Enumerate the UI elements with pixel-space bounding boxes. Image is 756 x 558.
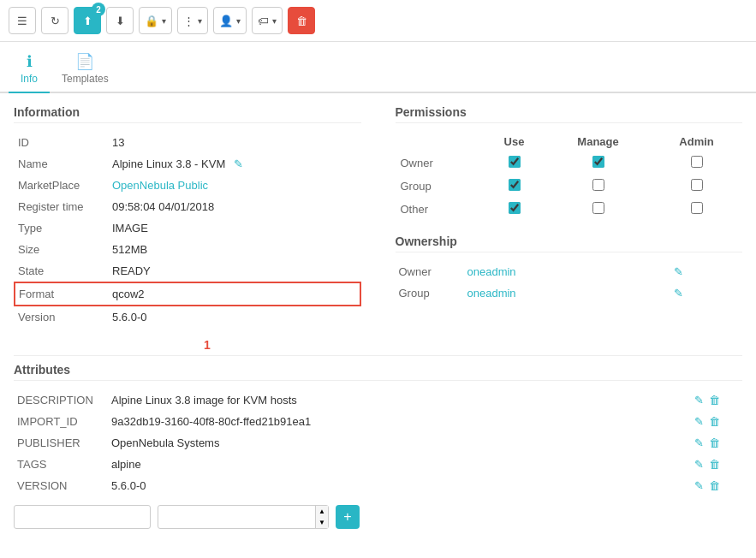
two-col-layout: Information ID 13 Name Alpine Linux 3.8 …	[14, 105, 742, 341]
spinner-buttons: ▲ ▼	[315, 506, 328, 528]
info-label-marketplace: MarketPlace	[15, 175, 109, 196]
perm-col-admin: Admin	[651, 132, 742, 151]
other-admin-checkbox[interactable]	[691, 202, 703, 214]
marketplace-link[interactable]: OpenNebula Public	[112, 179, 208, 192]
attributes-section: Attributes DESCRIPTION Alpine Linux 3.8 …	[14, 355, 742, 529]
group-link[interactable]: oneadmin	[467, 287, 516, 300]
user-icon: 👤	[219, 15, 233, 27]
owner-link[interactable]: oneadmin	[467, 265, 516, 278]
attr-value-tags: alpine	[108, 454, 691, 475]
group-manage-checkbox[interactable]	[592, 179, 604, 191]
back-button[interactable]: ☰	[9, 7, 36, 34]
delete-button[interactable]: 🗑	[288, 7, 315, 34]
more-button[interactable]: ⋮ ▾	[177, 7, 208, 34]
version-action: ✎ 🗑	[694, 479, 720, 492]
add-attribute-button[interactable]: +	[336, 505, 360, 529]
description-action: ✎ 🗑	[694, 394, 720, 407]
tag-chevron-icon: ▾	[272, 16, 277, 26]
upload-button[interactable]: ⬆ 2	[74, 7, 101, 34]
tag-icon: 🏷	[258, 15, 269, 27]
info-value-id: 13	[109, 132, 360, 153]
attr-label-version: VERSION	[14, 475, 108, 496]
ownership-value-group: oneadmin	[464, 282, 665, 304]
other-use-checkbox[interactable]	[509, 202, 521, 214]
refresh-button[interactable]: ↻	[41, 7, 68, 34]
info-label-format: Format	[15, 282, 109, 306]
user-button[interactable]: 👤 ▾	[213, 7, 247, 34]
info-row-marketplace: MarketPlace OpenNebula Public	[15, 175, 360, 196]
lock-icon: 🔒	[145, 15, 158, 27]
tab-info[interactable]: ℹ Info	[9, 47, 50, 93]
attr-row-publisher: PUBLISHER OpenNebula Systems ✎ 🗑	[14, 432, 742, 454]
perm-other-manage	[545, 198, 651, 221]
attr-actions-version: ✎ 🗑	[691, 475, 742, 496]
spinner-up-button[interactable]: ▲	[315, 506, 328, 517]
information-section-title: Information	[14, 105, 361, 123]
info-row-type: Type IMAGE	[15, 217, 360, 239]
owner-manage-checkbox[interactable]	[592, 156, 604, 168]
permissions-table: Use Manage Admin Owner Group	[396, 132, 743, 221]
info-label-register-time: Register time	[15, 196, 109, 217]
upload-icon: ⬆	[83, 15, 92, 27]
info-value-marketplace: OpenNebula Public	[109, 175, 360, 196]
name-edit-icon[interactable]: ✎	[234, 157, 243, 170]
toolbar: ☰ ↻ ⬆ 2 ⬇ 🔒 ▾ ⋮ ▾ 👤 ▾ 🏷 ▾ 🗑	[0, 0, 756, 42]
download-button[interactable]: ⬇	[106, 7, 134, 34]
perm-other-admin	[651, 198, 742, 221]
perm-row-other: Other	[396, 198, 743, 221]
attr-value-publisher: OpenNebula Systems	[108, 432, 691, 454]
owner-admin-checkbox[interactable]	[691, 156, 703, 168]
info-label-size: Size	[15, 239, 109, 260]
lock-button[interactable]: 🔒 ▾	[139, 7, 172, 34]
attr-row-version: VERSION 5.6.0-0 ✎ 🗑	[14, 475, 742, 496]
perm-col-use: Use	[483, 132, 545, 151]
information-table: ID 13 Name Alpine Linux 3.8 - KVM ✎ Mark…	[14, 132, 361, 328]
tags-edit-icon[interactable]: ✎	[694, 458, 704, 471]
publisher-delete-icon[interactable]: 🗑	[709, 436, 720, 449]
group-admin-checkbox[interactable]	[691, 179, 703, 191]
templates-tab-icon: 📄	[75, 52, 94, 71]
left-column: Information ID 13 Name Alpine Linux 3.8 …	[14, 105, 361, 341]
publisher-edit-icon[interactable]: ✎	[694, 436, 704, 449]
upload-badge: 2	[92, 3, 105, 16]
import-id-delete-icon[interactable]: 🗑	[709, 415, 720, 428]
right-column: Permissions Use Manage Admin Owner	[396, 105, 743, 341]
owner-use-checkbox[interactable]	[509, 156, 521, 168]
attributes-table: DESCRIPTION Alpine Linux 3.8 image for K…	[14, 389, 742, 496]
more-chevron-icon: ▾	[198, 16, 202, 26]
attr-actions-description: ✎ 🗑	[691, 389, 742, 411]
ownership-table: Owner oneadmin ✎ Group oneadmin	[396, 261, 743, 304]
spinner-down-button[interactable]: ▼	[315, 517, 328, 528]
perm-label-group: Group	[396, 175, 483, 198]
perm-row-group: Group	[396, 175, 743, 198]
info-row-name: Name Alpine Linux 3.8 - KVM ✎	[15, 153, 360, 175]
ownership-row-owner: Owner oneadmin ✎	[396, 261, 743, 282]
version-edit-icon[interactable]: ✎	[694, 479, 704, 492]
import-id-action: ✎ 🗑	[694, 415, 720, 428]
info-value-state: READY	[109, 260, 360, 282]
info-row-register-time: Register time 09:58:04 04/01/2018	[15, 196, 360, 217]
info-row-format: Format qcow2	[15, 282, 360, 306]
info-label-state: State	[15, 260, 109, 282]
version-delete-icon[interactable]: 🗑	[709, 479, 720, 492]
tag-button[interactable]: 🏷 ▾	[252, 7, 283, 34]
group-edit-icon[interactable]: ✎	[674, 287, 683, 300]
tab-templates[interactable]: 📄 Templates	[50, 47, 121, 93]
description-edit-icon[interactable]: ✎	[694, 394, 704, 407]
info-value-version: 5.6.0-0	[109, 306, 360, 328]
download-icon: ⬇	[116, 15, 125, 27]
info-value-type: IMAGE	[109, 217, 360, 239]
new-attribute-key-input[interactable]	[14, 505, 151, 529]
description-delete-icon[interactable]: 🗑	[709, 394, 720, 407]
import-id-edit-icon[interactable]: ✎	[694, 415, 704, 428]
other-manage-checkbox[interactable]	[592, 202, 604, 214]
info-row-size: Size 512MB	[15, 239, 360, 260]
group-use-checkbox[interactable]	[509, 179, 521, 191]
tags-delete-icon[interactable]: 🗑	[709, 458, 720, 471]
info-label-type: Type	[15, 217, 109, 239]
ownership-label-owner: Owner	[396, 261, 464, 282]
new-attribute-value-input[interactable]	[158, 505, 329, 529]
perm-col-label	[396, 132, 483, 151]
owner-edit-icon[interactable]: ✎	[674, 265, 683, 278]
perm-owner-use	[483, 151, 545, 175]
